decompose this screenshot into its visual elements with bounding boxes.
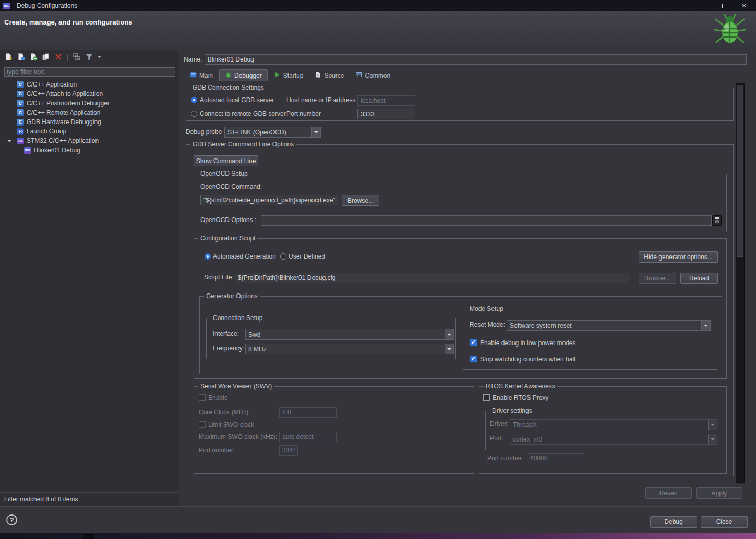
swv-group: Serial Wire Viewer (SWV) Enable Core Clo…: [194, 386, 474, 474]
tree-item-label: C/C++ Remote Application: [27, 109, 100, 116]
interface-select[interactable]: Swd: [245, 329, 454, 340]
tree-item-cpp-remote[interactable]: C C/C++ Remote Application: [0, 108, 179, 117]
show-command-line-button[interactable]: Show Command Line: [194, 155, 258, 166]
debug-button[interactable]: Debug: [650, 516, 697, 528]
view-menu-button[interactable]: [97, 52, 103, 63]
driver-settings-group: Driver settings Driver: ThreadX Port: co…: [485, 411, 722, 450]
tree-item-cpp-postmortem[interactable]: C C/C++ Postmortem Debugger: [0, 99, 179, 108]
tab-common[interactable]: Common: [350, 69, 395, 81]
c-application-icon: C: [17, 91, 24, 97]
driver-select: ThreadX: [510, 419, 717, 430]
swv-enable-checkbox: [199, 394, 206, 401]
frequency-value: 8 MHz: [246, 344, 445, 354]
taskbar-item: [83, 534, 94, 539]
new-prototype-button[interactable]: [16, 52, 26, 63]
debug-probe-select[interactable]: ST-LINK (OpenOCD): [224, 127, 321, 138]
minimize-button[interactable]: [684, 0, 708, 11]
button-label: Hide generator options...: [644, 253, 712, 261]
rtos-port-value: cortex_m0: [510, 434, 708, 444]
frequency-select[interactable]: 8 MHz: [245, 344, 454, 354]
scrollbar[interactable]: [736, 83, 745, 483]
tree-item-label: C/C++ Postmortem Debugger: [27, 100, 110, 107]
new-configuration-button[interactable]: [3, 52, 14, 63]
tree-item-launch-group[interactable]: Launch Group: [0, 127, 179, 136]
common-tab-icon: [355, 71, 362, 80]
filter-input[interactable]: [4, 67, 175, 77]
tree-item-gdb-hardware[interactable]: C GDB Hardware Debugging: [0, 117, 179, 127]
new-prototype-icon: [17, 53, 25, 63]
c-application-icon: C: [17, 109, 24, 116]
rtos-proxy-checkbox[interactable]: [483, 394, 490, 401]
variables-button[interactable]: [712, 215, 722, 226]
ide-icon: IDE: [24, 147, 31, 154]
dialog-footer: ? Debug Close: [0, 506, 756, 533]
maximize-button[interactable]: [708, 0, 732, 11]
rtos-port-label: Port:: [490, 435, 503, 442]
help-icon: ?: [10, 516, 14, 524]
openocd-options-input[interactable]: [261, 215, 712, 226]
tree-item-blinker01-debug[interactable]: IDE Blinker01 Debug: [0, 145, 179, 155]
driver-value: ThreadX: [510, 420, 708, 430]
new-configuration-icon: [4, 53, 13, 63]
close-window-button[interactable]: ✕: [732, 0, 756, 11]
tab-label: Main: [199, 72, 213, 79]
tab-startup[interactable]: Startup: [269, 69, 309, 81]
rtos-port-number-input: [527, 453, 584, 463]
reset-mode-select[interactable]: Software system reset: [507, 320, 711, 331]
button-label: Revert: [659, 489, 678, 497]
openocd-browse-button[interactable]: Browse...: [342, 195, 379, 206]
chevron-down-icon: [708, 434, 717, 444]
toolbar-separator: [67, 54, 68, 61]
tab-label: Source: [324, 72, 344, 79]
expand-chevron-icon[interactable]: [7, 140, 11, 142]
duplicate-configuration-icon: [42, 53, 50, 63]
hide-generator-options-button[interactable]: Hide generator options...: [639, 251, 718, 263]
watchdog-checkbox[interactable]: [470, 356, 477, 362]
button-label: Show Command Line: [196, 157, 256, 165]
configs-sidebar: C C/C++ Application C C/C++ Attach to Ap…: [0, 50, 179, 506]
header-banner: Create, manage, and run configurations: [0, 11, 756, 50]
export-configurations-button[interactable]: [28, 52, 39, 63]
group-title: Driver settings: [490, 407, 534, 414]
reset-mode-label: Reset Mode:: [470, 322, 505, 328]
help-button[interactable]: ?: [6, 514, 17, 525]
group-title: Configuration Script: [198, 235, 257, 242]
scrollbar-thumb[interactable]: [737, 85, 743, 257]
main-tab-icon: [190, 71, 197, 80]
openocd-setup-group: OpenOCD Setup OpenOCD Command: Browse...…: [194, 174, 727, 232]
group-title: OpenOCD Setup: [198, 170, 250, 177]
script-file-input[interactable]: [235, 273, 630, 283]
remote-gdb-label: Connect to remote GDB server: [200, 111, 286, 117]
user-defined-radio[interactable]: [280, 253, 286, 260]
autostart-gdb-radio[interactable]: [191, 97, 197, 103]
filter-button[interactable]: [84, 52, 94, 63]
tab-main[interactable]: Main: [185, 69, 218, 81]
host-label: Host name or IP address: [286, 97, 356, 104]
connection-setup-group: Connection Setup Interface: Swd Frequenc…: [206, 318, 456, 359]
automated-generation-label: Automated Generation: [213, 253, 276, 260]
openocd-command-input[interactable]: [200, 195, 338, 205]
tree-item-cpp-attach[interactable]: C C/C++ Attach to Application: [0, 89, 179, 99]
delete-configuration-button[interactable]: [53, 52, 64, 63]
low-power-label: Enable debug in low power modes: [480, 340, 575, 347]
tab-debugger[interactable]: Debugger: [219, 69, 268, 81]
gdb-connection-settings-group: GDB Connection Settings Autostart local …: [186, 88, 734, 121]
reload-button[interactable]: Reload: [680, 273, 718, 284]
rtos-port-select: cortex_m0: [510, 434, 717, 445]
button-label: Browse...: [644, 275, 670, 282]
duplicate-configuration-button[interactable]: [41, 52, 51, 63]
group-title: Generator Options: [204, 292, 260, 300]
collapse-all-button[interactable]: [71, 52, 82, 63]
close-button[interactable]: Close: [701, 516, 748, 528]
launch-group-icon: [17, 128, 24, 135]
frequency-label: Frequency:: [213, 345, 244, 352]
tree-item-stm32-application[interactable]: IDE STM32 C/C++ Application: [0, 136, 179, 145]
openocd-options-label: OpenOCD Options :: [200, 217, 256, 224]
tree-item-cpp-application[interactable]: C C/C++ Application: [0, 80, 179, 89]
gdb-port-input[interactable]: [357, 109, 415, 119]
name-input[interactable]: [205, 54, 747, 65]
low-power-checkbox[interactable]: [470, 339, 477, 346]
remote-gdb-radio[interactable]: [191, 111, 197, 117]
tab-source[interactable]: Source: [309, 69, 349, 81]
automated-generation-radio[interactable]: [205, 253, 211, 260]
